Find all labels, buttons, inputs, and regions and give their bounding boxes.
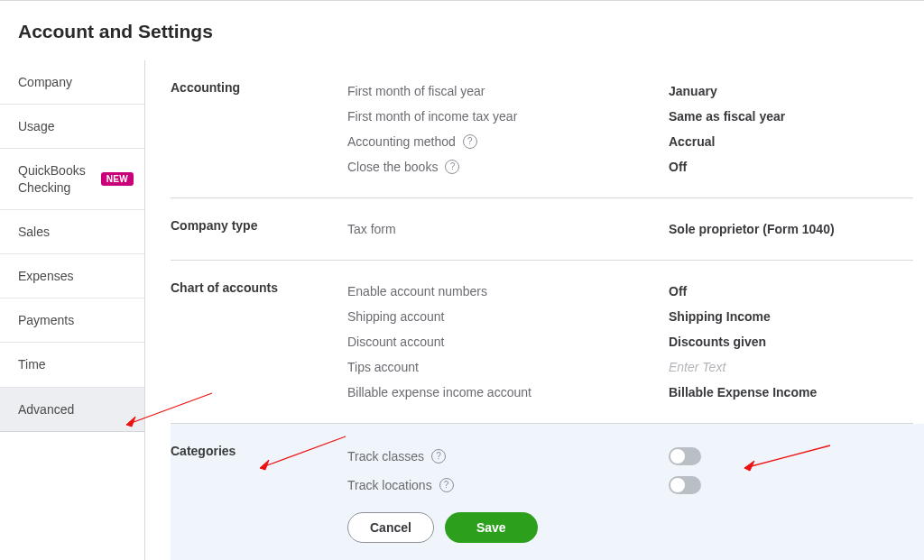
section-categories: Categories Track classes ? Track loc: [171, 424, 924, 560]
setting-label: Track classes ?: [347, 449, 669, 464]
setting-value: Accrual: [669, 134, 715, 149]
setting-label: Tips account: [347, 360, 669, 374]
sidebar-item-label: QuickBooks Checking: [18, 162, 101, 195]
section-chart-of-accounts[interactable]: Chart of accounts Enable account numbers…: [171, 261, 913, 424]
setting-value: Billable Expense Income: [669, 385, 817, 399]
setting-label: Enable account numbers: [347, 284, 669, 298]
setting-value: Off: [669, 160, 687, 174]
sidebar-item-company[interactable]: Company: [0, 60, 144, 105]
help-icon[interactable]: ?: [439, 478, 454, 492]
setting-label: Track locations ?: [347, 478, 669, 492]
sidebar-item-payments[interactable]: Payments: [0, 298, 144, 343]
setting-label: First month of fiscal year: [347, 84, 669, 98]
setting-value: Discounts given: [669, 335, 766, 349]
sidebar: Company Usage QuickBooks Checking NEW Sa…: [0, 60, 145, 560]
section-heading: Chart of accounts: [171, 279, 347, 405]
help-icon[interactable]: ?: [431, 449, 446, 464]
setting-row: First month of income tax year Same as f…: [347, 104, 906, 129]
section-heading: Accounting: [171, 78, 347, 179]
sidebar-item-usage[interactable]: Usage: [0, 105, 144, 149]
main-content: Accounting First month of fiscal year Ja…: [145, 60, 924, 560]
sidebar-item-sales[interactable]: Sales: [0, 210, 144, 254]
setting-label: Shipping account: [347, 309, 669, 324]
toggle-track-classes[interactable]: [669, 447, 701, 465]
help-icon[interactable]: ?: [445, 160, 459, 174]
cancel-button[interactable]: Cancel: [347, 512, 434, 543]
setting-value: January: [669, 84, 717, 98]
sidebar-item-time[interactable]: Time: [0, 343, 144, 387]
setting-row: Discount account Discounts given: [347, 329, 906, 354]
sidebar-item-label: Payments: [18, 312, 74, 328]
setting-row: First month of fiscal year January: [347, 78, 906, 104]
setting-label: Tax form: [347, 222, 669, 236]
setting-value: Off: [669, 284, 687, 298]
section-company-type[interactable]: Company type Tax form Sole proprietor (F…: [171, 198, 913, 261]
sidebar-item-advanced[interactable]: Advanced: [0, 388, 144, 432]
setting-row-track-classes: Track classes ?: [347, 442, 897, 471]
setting-row: Tax form Sole proprietor (Form 1040): [347, 216, 906, 242]
setting-value: Shipping Income: [669, 309, 771, 324]
help-icon[interactable]: ?: [463, 134, 477, 149]
section-heading: Categories: [171, 442, 347, 543]
setting-row: Tips account Enter Text: [347, 354, 906, 380]
sidebar-item-label: Company: [18, 74, 72, 90]
sidebar-item-quickbooks-checking[interactable]: QuickBooks Checking NEW: [0, 149, 144, 209]
sidebar-item-label: Time: [18, 356, 46, 372]
setting-value: Same as fiscal year: [669, 109, 785, 124]
setting-row: Billable expense income account Billable…: [347, 380, 906, 405]
setting-row: Shipping account Shipping Income: [347, 304, 906, 329]
setting-row: Accounting method ? Accrual: [347, 129, 906, 154]
sidebar-item-label: Sales: [18, 224, 50, 240]
sidebar-item-expenses[interactable]: Expenses: [0, 254, 144, 298]
sidebar-item-label: Usage: [18, 118, 54, 134]
setting-value: Enter Text: [669, 360, 725, 374]
setting-label: Discount account: [347, 335, 669, 349]
sidebar-item-label: Expenses: [18, 268, 73, 284]
section-heading: Company type: [171, 216, 347, 242]
section-accounting[interactable]: Accounting First month of fiscal year Ja…: [171, 60, 913, 198]
toggle-track-locations[interactable]: [669, 476, 701, 494]
setting-label: First month of income tax year: [347, 109, 669, 124]
setting-row: Enable account numbers Off: [347, 279, 906, 304]
save-button[interactable]: Save: [445, 512, 538, 543]
new-badge: NEW: [101, 172, 134, 186]
sidebar-item-label: Advanced: [18, 401, 74, 418]
setting-row-track-locations: Track locations ?: [347, 471, 897, 500]
setting-row: Close the books ? Off: [347, 154, 906, 179]
page-title: Account and Settings: [0, 1, 924, 60]
setting-value: Sole proprietor (Form 1040): [669, 222, 835, 236]
setting-label: Accounting method ?: [347, 134, 669, 149]
setting-label: Close the books ?: [347, 160, 669, 174]
setting-label: Billable expense income account: [347, 385, 669, 399]
